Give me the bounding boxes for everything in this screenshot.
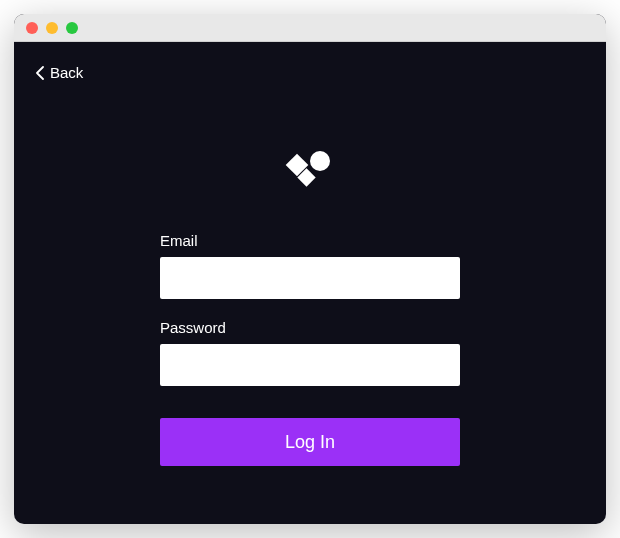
password-label: Password (160, 319, 460, 336)
close-window-button[interactable] (26, 22, 38, 34)
login-button[interactable]: Log In (160, 418, 460, 466)
back-button[interactable]: Back (36, 64, 83, 81)
password-input[interactable] (160, 344, 460, 386)
login-form: Email Password Log In (160, 142, 460, 466)
minimize-window-button[interactable] (46, 22, 58, 34)
password-field-group: Password (160, 319, 460, 386)
window-titlebar (14, 14, 606, 42)
maximize-window-button[interactable] (66, 22, 78, 34)
app-logo-icon (282, 142, 338, 196)
chevron-left-icon (36, 66, 44, 80)
email-input[interactable] (160, 257, 460, 299)
email-field-group: Email (160, 232, 460, 299)
app-window: Back Email Password Log I (14, 14, 606, 524)
login-screen: Back Email Password Log I (14, 42, 606, 524)
email-label: Email (160, 232, 460, 249)
back-label: Back (50, 64, 83, 81)
svg-point-2 (310, 151, 330, 171)
